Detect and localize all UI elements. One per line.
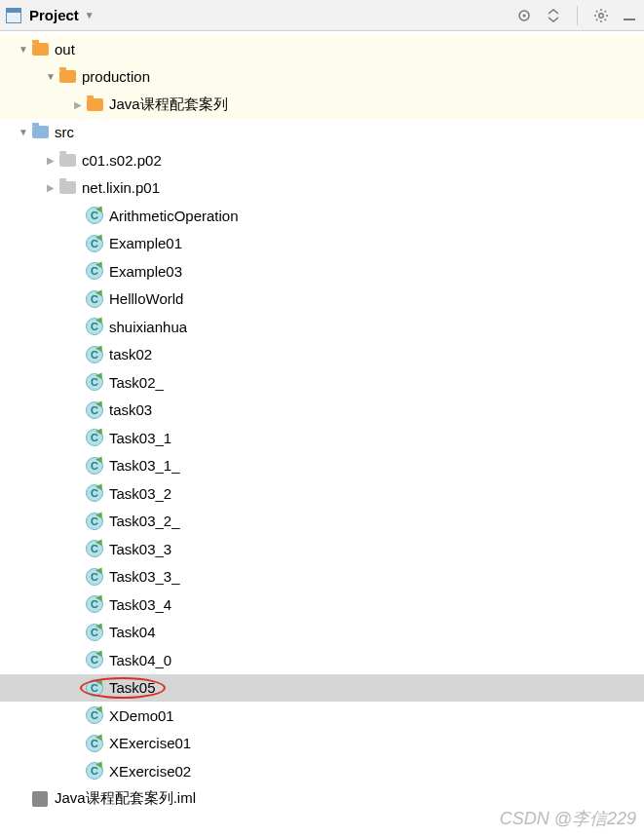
source-folder-icon [31,124,49,141]
tree-node-label: Example03 [109,263,182,280]
class-icon: C [86,318,103,335]
folder-icon [86,95,103,113]
class-icon: C [86,262,103,280]
expand-all-icon[interactable] [544,6,563,25]
svg-point-1 [523,14,526,17]
settings-icon[interactable] [591,6,611,25]
chevron-right-icon[interactable]: ▶ [43,180,58,196]
tree-row[interactable]: ▶CXExercise02 [0,757,644,785]
class-icon: C [86,679,103,697]
class-icon: C [86,429,103,446]
class-icon: C [86,235,103,252]
tree-node-label: Task05 [109,679,156,696]
tree-node-label: XExercise01 [109,735,191,751]
tree-node-label: shuixianhua [109,319,187,335]
tree-row[interactable]: ▶CXExercise01 [0,730,644,758]
tree-row[interactable]: ▼production [0,63,644,92]
tree-row[interactable]: ▶CTask04 [0,619,644,647]
tree-node-label: Java课程配套案列.iml [55,789,196,808]
tree-node-label: Java课程配套案列 [109,95,228,114]
tree-node-label: src [55,124,74,140]
svg-rect-3 [624,19,635,20]
class-icon: C [86,762,103,780]
tree-node-label: Task02_ [109,374,164,391]
tree-node-label: XDemo01 [109,707,174,724]
tree-row[interactable]: ▶CTask03_2 [0,479,644,508]
class-icon: C [86,568,103,586]
tree-node-label: Task03_2 [109,485,171,502]
tree-node-label: Task03_1 [109,430,171,446]
package-icon [58,179,76,197]
tree-node-label: HellloWorld [109,290,183,307]
tree-node-label: task02 [109,346,152,362]
class-icon: C [86,513,103,530]
tree-row[interactable]: ▶CTask03_3_ [0,563,644,591]
tree-node-label: Task04_0 [109,652,171,668]
chevron-down-icon[interactable]: ▼ [43,69,58,85]
tree-node-label: Task03_2_ [109,513,180,529]
tree-node-label: task03 [109,401,152,418]
class-icon: C [86,540,103,557]
toolbar-separator [577,6,578,25]
tree-row[interactable]: ▶net.lixin.p01 [0,174,644,203]
package-icon [58,151,76,169]
tree-row[interactable]: ▶CTask03_4 [0,590,644,619]
tree-node-label: Task03_4 [109,596,171,613]
tree-node-label: Task04 [109,624,156,640]
tree-row[interactable]: ▶CXDemo01 [0,702,644,730]
project-icon [6,8,21,23]
tree-row[interactable]: ▼src [0,119,644,147]
class-icon: C [86,706,103,724]
tree-row[interactable]: ▶CExample03 [0,257,644,286]
class-icon: C [86,735,103,752]
class-icon: C [86,207,103,224]
tree-node-label: Example01 [109,235,182,251]
tree-row[interactable]: ▶CExample01 [0,230,644,258]
chevron-right-icon[interactable]: ▶ [43,152,58,168]
tree-row[interactable]: ▶CTask02_ [0,368,644,397]
tree-row[interactable]: ▶Ctask03 [0,397,644,425]
tree-row[interactable]: ▶Java课程配套案列 [0,91,644,119]
class-icon: C [86,484,103,502]
folder-icon [58,68,76,86]
svg-point-2 [599,13,603,17]
class-icon: C [86,290,103,308]
tree-node-label: net.lixin.p01 [82,179,160,196]
chevron-down-icon[interactable]: ▼ [16,41,31,57]
class-icon: C [86,595,103,613]
tree-row[interactable]: ▶CTask03_2_ [0,508,644,536]
project-toolbar: Project ▼ [0,0,644,31]
watermark: CSDN @李信229 [500,807,636,830]
chevron-right-icon[interactable]: ▶ [70,96,86,112]
tree-row[interactable]: ▶Cshuixianhua [0,313,644,341]
tree-row[interactable]: ▶CHellloWorld [0,286,644,314]
tree-row[interactable]: ▶CTask05 [0,674,644,703]
folder-icon [31,40,49,57]
tree-row[interactable]: ▶CArithmeticOperation [0,202,644,230]
tree-row[interactable]: ▶c01.s02.p02 [0,146,644,174]
tree-node-label: XExercise02 [109,763,191,780]
tree-node-label: out [55,41,75,57]
dropdown-icon: ▼ [85,10,95,20]
tree-row[interactable]: ▶CTask04_0 [0,646,644,674]
tree-row[interactable]: ▶CTask03_1 [0,424,644,452]
tree-node-label: production [82,68,150,85]
tree-node-label: ArithmeticOperation [109,208,239,224]
select-opened-file-icon[interactable] [514,6,534,25]
tree-row[interactable]: ▼out [0,35,644,63]
class-icon: C [86,373,103,391]
project-tree: ▼out▼production▶Java课程配套案列▼src▶c01.s02.p… [0,31,644,813]
class-icon: C [86,457,103,475]
tree-node-label: Task03_1_ [109,457,180,474]
tree-row[interactable]: ▶CTask03_1_ [0,452,644,480]
module-file-icon [31,790,49,808]
tree-row[interactable]: ▶CTask03_3 [0,535,644,563]
class-icon: C [86,651,103,668]
tree-node-label: Task03_3 [109,541,171,557]
class-icon: C [86,624,103,641]
chevron-down-icon[interactable]: ▼ [16,125,31,140]
tree-node-label: c01.s02.p02 [82,152,162,169]
tree-row[interactable]: ▶Ctask02 [0,341,644,369]
project-selector[interactable]: Project ▼ [6,7,95,23]
hide-panel-icon[interactable] [621,7,638,24]
